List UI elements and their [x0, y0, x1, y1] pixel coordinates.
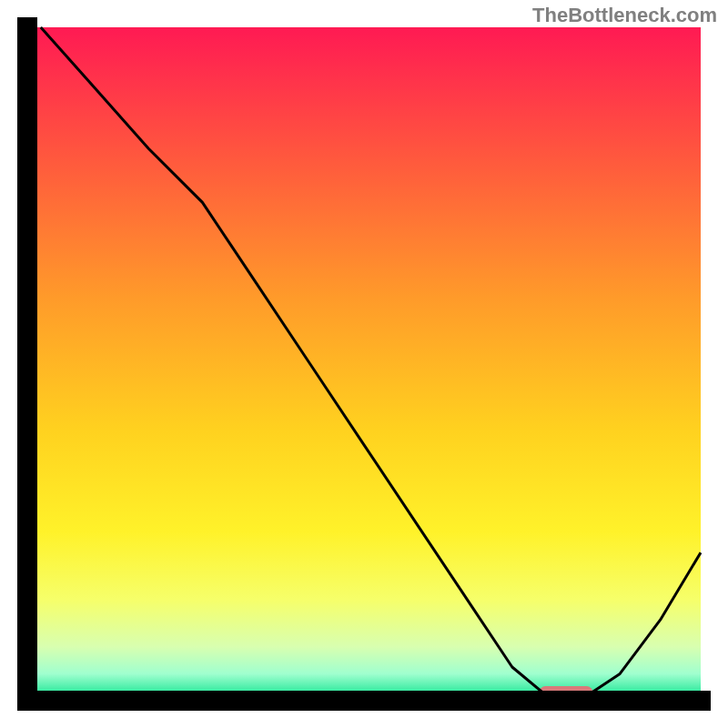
bottleneck-chart: [0, 0, 728, 728]
watermark-label: TheBottleneck.com: [532, 4, 717, 27]
chart-container: TheBottleneck.com: [0, 0, 728, 728]
plot-background: [27, 27, 701, 701]
